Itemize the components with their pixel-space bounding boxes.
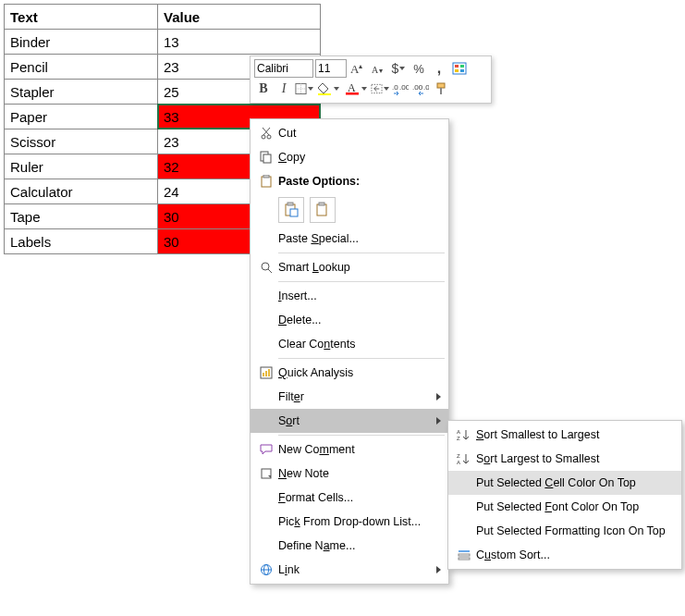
cell-text[interactable]: Scissor [5,129,158,154]
link-icon [254,560,278,580]
menu-filter[interactable]: Filter [251,385,448,409]
svg-rect-14 [346,92,359,95]
submenu-sort-smallest[interactable]: AZ Sort Smallest to Largest [448,423,681,447]
svg-point-23 [267,135,271,139]
quick-analysis-icon [254,363,278,383]
svg-rect-20 [437,83,445,88]
menu-format-cells[interactable]: Format Cells... [251,486,448,510]
font-color-icon[interactable]: A [343,80,369,98]
menu-pick-from-list[interactable]: Pick From Drop-down List... [251,510,448,534]
accounting-format-icon[interactable]: $ [389,59,408,78]
menu-label: Quick Analysis [278,366,428,379]
menu-label: Sort Largest to Smallest [476,452,661,465]
paste-icon [254,171,278,191]
menu-cut[interactable]: Cut [251,121,448,145]
menu-label: Delete... [278,314,428,326]
menu-delete[interactable]: Delete... [251,308,448,332]
menu-copy[interactable]: Copy [251,145,448,169]
svg-text:▴: ▴ [359,62,362,70]
submenu-arrow-icon [436,417,441,425]
menu-paste-special[interactable]: Paste Special... [251,227,448,251]
svg-rect-7 [455,69,459,72]
table-row: Binder 13 [5,30,321,55]
svg-rect-53 [459,558,470,560]
submenu-cell-color-top[interactable]: Put Selected Cell Color On Top [448,471,681,495]
menu-label: Smart Lookup [278,261,428,274]
italic-icon[interactable]: I [275,80,293,98]
submenu-font-color-top[interactable]: Put Selected Font Color On Top [448,495,681,519]
cell-text[interactable]: Stapler [5,80,158,105]
cell-value[interactable]: 13 [158,30,321,55]
bold-icon[interactable]: B [254,80,273,98]
menu-label: Define Name... [278,539,428,552]
svg-rect-39 [265,371,267,376]
paste-option-default[interactable] [278,197,304,223]
svg-rect-34 [319,203,324,205]
submenu-sort-largest[interactable]: ZA Sort Largest to Smallest [448,447,681,471]
menu-insert[interactable]: Insert... [251,284,448,308]
svg-rect-4 [453,63,466,74]
cell-text[interactable]: Ruler [5,154,158,179]
menu-label: Insert... [278,290,428,302]
mini-toolbar: A▴ A▾ $ % , B I A .0.00 .00.0 [250,55,492,104]
font-size-input[interactable] [315,59,347,78]
menu-label: New Comment [278,443,428,456]
cell-text[interactable]: Paper [5,105,158,129]
svg-line-36 [268,269,272,273]
borders-icon[interactable] [295,80,313,98]
merge-center-icon[interactable] [371,80,389,98]
decrease-font-icon[interactable]: A▾ [369,59,387,78]
menu-link[interactable]: Link [251,558,448,582]
sort-descending-icon: ZA [452,449,476,469]
svg-point-22 [262,135,265,139]
menu-label: Link [278,563,428,576]
cell-text[interactable]: Labels [5,229,158,254]
header-row: Text Value [5,5,321,30]
menu-new-comment[interactable]: New Comment [251,437,448,462]
increase-font-icon[interactable]: A▴ [349,59,367,78]
cell-text[interactable]: Binder [5,30,158,55]
svg-rect-21 [440,88,442,94]
decrease-decimal-icon[interactable]: .00.0 [411,80,430,98]
increase-decimal-icon[interactable]: .0.00 [391,80,410,98]
font-name-input[interactable] [254,59,313,78]
submenu-arrow-icon [436,393,441,400]
paste-option-values[interactable] [310,197,336,223]
header-text[interactable]: Text [5,5,158,30]
menu-paste-options-label: Paste Options: [251,169,448,193]
format-painter-icon[interactable] [432,80,450,98]
svg-rect-52 [459,554,470,556]
svg-text:.00: .00 [399,83,409,92]
menu-label: Put Selected Formatting Icon On Top [476,524,666,537]
menu-label: Format Cells... [278,491,428,504]
cell-text[interactable]: Pencil [5,55,158,80]
header-value[interactable]: Value [158,5,321,30]
menu-clear-contents[interactable]: Clear Contents [251,332,448,356]
svg-line-25 [263,128,269,135]
comma-format-icon[interactable]: , [430,59,448,78]
submenu-formatting-icon-top[interactable]: Put Selected Formatting Icon On Top [448,519,681,543]
svg-rect-5 [455,65,459,68]
conditional-formatting-icon[interactable] [450,59,469,78]
menu-label: Filter [278,390,428,403]
custom-sort-icon [452,545,476,565]
menu-label: Clear Contents [278,338,428,351]
cell-text[interactable]: Calculator [5,179,158,204]
svg-text:A: A [457,429,460,435]
svg-text:.0: .0 [423,83,429,92]
fill-color-icon[interactable] [315,80,341,98]
menu-define-name[interactable]: Define Name... [251,534,448,558]
percent-format-icon[interactable]: % [410,59,428,78]
menu-new-note[interactable]: New Note [251,462,448,486]
menu-smart-lookup[interactable]: Smart Lookup [251,255,448,279]
sort-ascending-icon: AZ [452,425,476,445]
svg-text:A: A [457,460,460,465]
svg-rect-8 [460,69,464,72]
submenu-custom-sort[interactable]: Custom Sort... [448,543,681,567]
cell-text[interactable]: Tape [5,204,158,229]
menu-sort[interactable]: Sort [251,409,448,433]
note-icon [254,463,278,484]
submenu-arrow-icon [436,566,441,573]
menu-quick-analysis[interactable]: Quick Analysis [251,361,448,385]
svg-text:A: A [372,65,379,75]
